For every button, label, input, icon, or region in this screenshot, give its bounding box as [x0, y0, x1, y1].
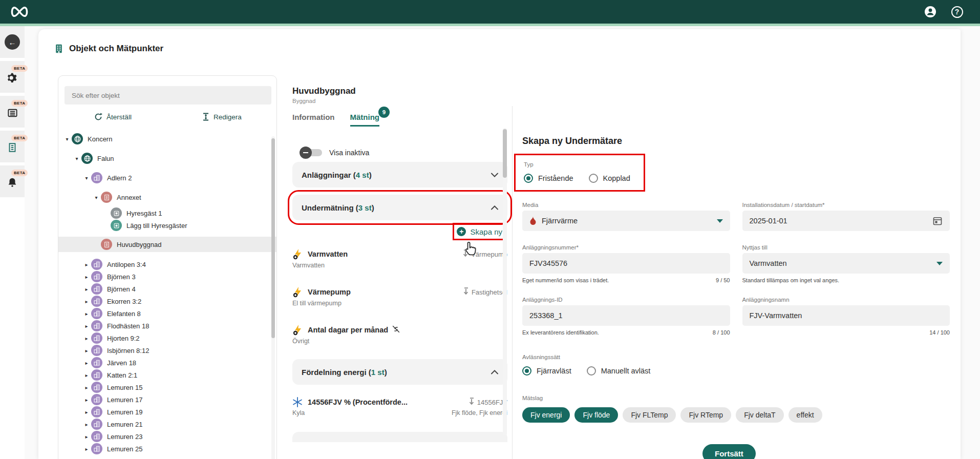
tree-item[interactable]: ▾Adlern 2	[58, 168, 276, 187]
caret-icon[interactable]: ▸	[82, 299, 91, 304]
tree-item[interactable]: Huvudbyggnad	[58, 237, 276, 252]
chip-effekt[interactable]: effekt	[789, 407, 822, 423]
install-date-field[interactable]: Installationsdatum / startdatum* 2025-01…	[742, 202, 950, 231]
caret-icon[interactable]: ▸	[82, 409, 91, 415]
list-item[interactable]: VärmepumpFastighetselEl till värmepump	[292, 286, 507, 307]
help-button[interactable]: ?	[950, 5, 964, 18]
chip-fjv-deltat[interactable]: Fjv deltaT	[736, 407, 783, 423]
media-select[interactable]: Media Fjärrvärme	[522, 202, 730, 231]
tree-item[interactable]: ▸Hjorten 9:2	[58, 332, 276, 344]
caret-icon[interactable]: ▸	[82, 286, 91, 292]
tree-item[interactable]: ▸Lemuren 19	[58, 406, 276, 418]
create-new-button[interactable]: + Skapa ny	[457, 227, 502, 236]
help-icon: ?	[951, 6, 963, 18]
edit-button[interactable]: Redigera	[167, 113, 276, 121]
tree-item[interactable]: ▸Flodhästen 18	[58, 320, 276, 332]
infinity-logo[interactable]	[9, 6, 30, 18]
chip-fjv-energi[interactable]: Fjv energi	[522, 407, 570, 423]
tree-item[interactable]: ▸Lemuren 15	[58, 381, 276, 393]
accordion-undermatning[interactable]: Undermätning (3 st)	[292, 195, 507, 220]
tree-item-label: Antilopen 3:4	[107, 261, 146, 268]
tree-item[interactable]: ▸Ekorren 3:2	[58, 295, 276, 307]
caret-icon[interactable]: ▸	[82, 372, 91, 378]
app-header: ?	[0, 0, 980, 24]
tree-item-label: Lemuren 21	[107, 421, 142, 428]
download-arrow-icon	[463, 287, 469, 297]
caret-icon[interactable]: ▸	[82, 385, 91, 390]
caret-icon[interactable]: ▾	[62, 136, 72, 142]
download-arrow-icon	[468, 398, 475, 407]
show-inactive-toggle[interactable]	[302, 149, 322, 156]
caret-icon[interactable]: ▸	[82, 446, 91, 452]
tree-item[interactable]: ▾Koncern	[58, 129, 276, 149]
caret-icon[interactable]: ▸	[82, 434, 91, 440]
user-menu-button[interactable]	[924, 5, 937, 18]
tree-item-label: Isbjörnen 8:12	[107, 347, 149, 354]
accordion-anlaggningar[interactable]: Anläggningar (4 st)	[292, 162, 507, 187]
chip-fjv-rtemp[interactable]: Fjv RTemp	[680, 407, 731, 423]
caret-icon[interactable]: ▸	[82, 323, 91, 329]
caret-icon[interactable]: ▾	[92, 195, 101, 200]
tree-item[interactable]: ▸Lemuren 17	[58, 393, 276, 406]
tree-item-label: Koncern	[88, 135, 112, 143]
tree-item[interactable]: ▸Lemuren 25	[58, 443, 276, 455]
tree-item[interactable]: ▾Falun	[58, 149, 276, 168]
sidebar-item-2[interactable]: BETA	[0, 96, 25, 128]
facility-name-field[interactable]: Anläggningsnamn FJV-Varmvatten 14 / 100	[742, 297, 950, 336]
calendar-icon[interactable]	[932, 216, 943, 226]
tree-item[interactable]: ▸Lemuren 23	[58, 430, 276, 443]
tree-item-label: Lemuren 25	[107, 445, 142, 453]
chip-fjv-fl-de[interactable]: Fjv flöde	[574, 407, 618, 423]
tree-item[interactable]: Lägg till Hyresgäster	[58, 219, 276, 232]
search-input[interactable]	[65, 86, 271, 105]
tree-item[interactable]: ▸Katten 2:1	[58, 369, 276, 381]
caret-icon[interactable]: ▸	[82, 422, 91, 427]
tree-item[interactable]: ▸Järven 18	[58, 357, 276, 369]
caret-icon[interactable]: ▸	[82, 348, 91, 353]
radio-icon	[524, 174, 533, 183]
tree-item-label: Falun	[97, 155, 114, 162]
caret-icon[interactable]: ▸	[82, 274, 91, 280]
reset-button[interactable]: Återställ	[58, 113, 167, 121]
caret-icon[interactable]: ▸	[82, 397, 91, 403]
tree-item[interactable]: ▸Antilopen 3:4	[58, 258, 276, 270]
tree-item-label: Järven 18	[107, 359, 136, 367]
radio-fj-rravl-st[interactable]: Fjärravläst	[522, 366, 571, 375]
accordion-fordelning-energi[interactable]: Fördelning energi (1 st)	[292, 359, 507, 385]
caret-icon[interactable]: ▸	[82, 262, 91, 267]
tree-item[interactable]: ▾Annexet	[58, 187, 276, 207]
radio-kopplad[interactable]: Kopplad	[589, 174, 630, 183]
caret-icon[interactable]: ▸	[82, 336, 91, 341]
fortsatt-button[interactable]: Fortsätt	[702, 444, 756, 459]
tree-item[interactable]: ▸Björnen 3	[58, 270, 276, 283]
caret-icon[interactable]: ▸	[82, 311, 91, 317]
tree-item[interactable]: ▸Lemuren 21	[58, 418, 276, 430]
sidebar-item-4[interactable]: BETA	[0, 165, 25, 197]
back-button[interactable]: ←	[5, 34, 20, 50]
tree-item[interactable]: ▸Elefanten 8	[58, 307, 276, 320]
radio-frist-ende[interactable]: Fristående	[524, 174, 573, 183]
radio-manuellt-avl-st[interactable]: Manuellt avläst	[587, 366, 651, 375]
facility-number-field[interactable]: Anläggningsnummer* FJV345576 Eget nummer…	[522, 244, 730, 283]
radio-icon	[587, 366, 596, 375]
list-item[interactable]: Antal dagar per månadÖvrigt	[292, 324, 507, 345]
list-item[interactable]: 14556FJV % (Procentförde...14556FJVKylaF…	[292, 397, 507, 416]
sidebar-item-1[interactable]: BETA	[0, 61, 25, 93]
caret-icon[interactable]: ▾	[82, 175, 91, 181]
chip-fjv-fltemp[interactable]: Fjv FLTemp	[623, 407, 676, 423]
caret-icon[interactable]: ▸	[82, 360, 91, 366]
tree-item[interactable]: Hyresgäst 1	[58, 207, 276, 219]
chevron-down-icon	[491, 173, 498, 177]
tree-item[interactable]: ▸Isbjörnen 8:12	[58, 344, 276, 357]
tree-item[interactable]: ▸Björnen 4	[58, 283, 276, 295]
caret-icon[interactable]: ▾	[72, 156, 81, 161]
tab-matning[interactable]: Mätning 9	[350, 113, 380, 127]
sidebar-item-3[interactable]: BETA	[0, 131, 25, 162]
middle-scrollbar[interactable]	[503, 128, 507, 435]
used-for-select[interactable]: Nyttjas till Varmvatten Standard tillämp…	[742, 244, 950, 283]
form-title: Skapa ny Undermätare	[522, 136, 950, 147]
tab-information[interactable]: Information	[292, 113, 335, 127]
accordion-stub[interactable]	[292, 432, 507, 442]
facility-id-field[interactable]: Anläggnings-ID 253368_1 Ex leverantörens…	[522, 297, 730, 336]
tree-scrollbar[interactable]	[271, 136, 275, 459]
